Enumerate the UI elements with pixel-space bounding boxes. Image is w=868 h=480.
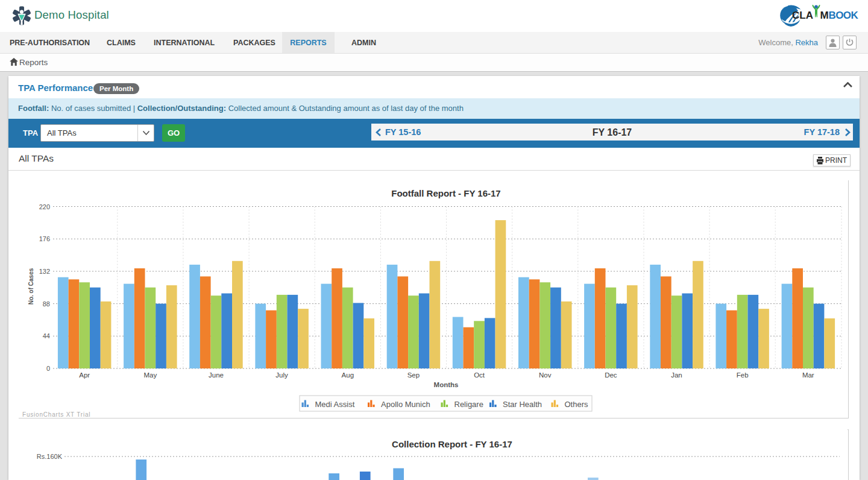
svg-text:0: 0 xyxy=(46,365,50,372)
svg-text:Mar: Mar xyxy=(802,371,814,379)
svg-text:Religare: Religare xyxy=(454,400,483,409)
svg-text:May: May xyxy=(143,371,157,379)
svg-text:Oct: Oct xyxy=(474,371,485,379)
svg-text:Aug: Aug xyxy=(342,371,354,379)
svg-text:Rs.160K: Rs.160K xyxy=(37,453,63,460)
svg-text:Apollo Munich: Apollo Munich xyxy=(381,400,430,409)
svg-text:Apr: Apr xyxy=(79,371,90,379)
svg-text:Dec: Dec xyxy=(605,371,617,379)
svg-text:July: July xyxy=(275,371,288,379)
svg-text:44: 44 xyxy=(43,332,50,339)
svg-text:220: 220 xyxy=(39,203,50,210)
svg-text:Footfall Report - FY 16-17: Footfall Report - FY 16-17 xyxy=(391,188,500,198)
svg-text:Sep: Sep xyxy=(407,371,420,379)
svg-text:Star Health: Star Health xyxy=(503,400,542,409)
svg-text:Months: Months xyxy=(434,381,459,388)
svg-text:Nov: Nov xyxy=(539,371,552,379)
svg-text:Others: Others xyxy=(565,400,589,409)
svg-text:Collection Report - FY 16-17: Collection Report - FY 16-17 xyxy=(392,439,512,449)
svg-text:FusionCharts XT Trial: FusionCharts XT Trial xyxy=(22,411,90,418)
svg-text:Medi Assist: Medi Assist xyxy=(315,400,355,409)
svg-text:Jan: Jan xyxy=(671,371,682,379)
svg-text:Feb: Feb xyxy=(737,371,749,379)
svg-text:88: 88 xyxy=(43,300,50,308)
svg-text:176: 176 xyxy=(39,235,50,242)
svg-text:June: June xyxy=(209,371,224,379)
svg-text:No. of Cases: No. of Cases xyxy=(28,268,34,305)
svg-text:132: 132 xyxy=(39,268,50,275)
